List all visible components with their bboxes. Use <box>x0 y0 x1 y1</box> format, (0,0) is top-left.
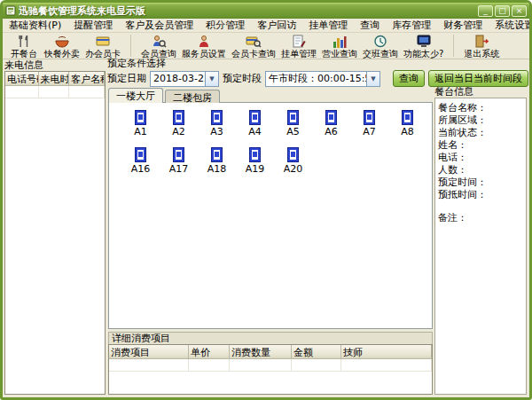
dining-table-item[interactable]: A4 <box>236 110 274 137</box>
dining-table-label: A5 <box>286 126 300 137</box>
floor-tab-strip: 一楼大厅 二楼包房 <box>108 87 222 102</box>
member-query-button[interactable]: 会员查询 <box>138 33 179 59</box>
dining-table-label: A20 <box>284 163 303 175</box>
empty-cell <box>69 86 105 98</box>
caller-info-title: 来电信息 <box>4 59 106 71</box>
dining-table-item[interactable]: A1 <box>121 110 160 137</box>
dining-table-item[interactable]: A2 <box>160 110 198 137</box>
minimize-button[interactable]: _ <box>478 5 493 17</box>
dining-table-item[interactable]: A8 <box>388 110 426 137</box>
dining-table-label: A1 <box>134 126 147 137</box>
date-picker[interactable]: 2018-03-23 ▼ <box>150 71 219 87</box>
maximize-button[interactable]: □ <box>495 5 510 17</box>
bar-chart-icon <box>332 34 348 49</box>
dining-table-label: A19 <box>246 163 265 175</box>
chevron-down-icon[interactable]: ▼ <box>205 72 218 86</box>
menu-item[interactable]: 查询 <box>354 19 386 32</box>
pending-orders-button[interactable]: 挂单管理 <box>278 33 319 59</box>
menu-item[interactable]: 系统设置 <box>489 19 532 32</box>
menu-item[interactable]: 库存管理 <box>386 19 437 32</box>
empty-cell <box>230 359 292 372</box>
column-header-customer-name: 客户名称 <box>69 72 105 86</box>
dining-table-label: A7 <box>363 126 376 137</box>
dining-table-icon <box>364 110 375 125</box>
dining-table-item[interactable]: A20 <box>274 147 312 175</box>
toolbar-label: 服务员设置 <box>182 49 226 59</box>
consumption-detail-title: 详细消费项目 <box>108 332 433 344</box>
menu-item[interactable]: 提醒管理 <box>67 19 119 32</box>
menu-item[interactable]: 客户回访 <box>251 19 302 32</box>
consumption-detail-panel: 详细消费项目 消费项目 单价 消费数量 金额 技师 <box>108 332 433 395</box>
app-window: 迅驰餐饮管理系统来电显示版 _ □ × 基础资料(P)提醒管理客户及会员管理积分… <box>0 0 532 400</box>
more-features-button[interactable]: 功能太少? <box>401 33 446 59</box>
column-header-amount: 金额 <box>292 345 341 359</box>
dining-table-item[interactable]: A19 <box>236 147 274 175</box>
business-query-button[interactable]: 营业查询 <box>319 33 360 59</box>
menu-item[interactable]: 积分管理 <box>200 19 251 32</box>
app-icon <box>5 5 16 16</box>
card-query-button[interactable]: 会员卡查询 <box>229 33 278 59</box>
bowl-icon <box>54 34 70 49</box>
window-controls: _ □ × <box>478 5 527 17</box>
empty-row <box>109 359 432 372</box>
dining-table-label: A3 <box>210 126 223 137</box>
menu-bar: 基础资料(P)提醒管理客户及会员管理积分管理客户回访挂单管理查询库存管理财务管理… <box>3 19 529 33</box>
title-bar[interactable]: 迅驰餐饮管理系统来电显示版 _ □ × <box>3 3 529 19</box>
caller-info-panel: 来电信息 电话号码 来电时间 客户名称 <box>4 59 106 395</box>
info-field-label: 餐台名称： <box>438 102 523 114</box>
dining-table-icon <box>135 110 146 125</box>
dining-table-item[interactable]: A6 <box>312 110 350 137</box>
dining-table-icon <box>249 110 261 125</box>
chevron-down-icon[interactable]: ▼ <box>366 72 379 86</box>
dining-table-item[interactable]: A5 <box>274 110 312 137</box>
waiter-settings-button[interactable]: 服务员设置 <box>179 33 229 59</box>
info-field-label: 姓名： <box>438 139 523 152</box>
tab-second-floor-rooms[interactable]: 二楼包房 <box>165 90 220 103</box>
exit-system-button[interactable]: 退出系统 <box>461 33 502 59</box>
caller-table-header: 电话号码 来电时间 客户名称 <box>5 72 105 86</box>
tab-first-floor-hall[interactable]: 一楼大厅 <box>108 88 163 103</box>
dining-table-item[interactable]: A18 <box>198 147 236 175</box>
menu-item[interactable]: 财务管理 <box>437 19 489 32</box>
dining-table-label: A17 <box>169 163 189 175</box>
menu-item[interactable]: 挂单管理 <box>302 19 354 32</box>
fast-food-takeout-button[interactable]: 快餐外卖 <box>42 33 82 59</box>
table-info-title: 餐台信息 <box>434 86 527 98</box>
close-button[interactable]: × <box>512 5 527 17</box>
tables-area: A1 A2 A3 A4 A5 <box>108 102 433 329</box>
empty-cell <box>39 86 69 98</box>
dining-table-item[interactable]: A16 <box>121 147 160 175</box>
open-table-button[interactable]: 开餐台 <box>6 33 42 59</box>
dining-table-item[interactable]: A7 <box>350 110 388 137</box>
caller-info-table[interactable]: 电话号码 来电时间 客户名称 <box>4 71 106 395</box>
dining-table-label: A2 <box>172 126 185 137</box>
menu-item[interactable]: 基础资料(P) <box>3 19 67 32</box>
dining-table-icon <box>135 147 146 162</box>
dining-table-icon <box>287 147 299 162</box>
column-header-call-time: 来电时间 <box>39 72 69 86</box>
return-current-period-button[interactable]: 返回当日当前时间段 <box>428 70 528 87</box>
reservation-filter: 预定条件选择 预定日期 2018-03-23 ▼ 预定时段 午市时段：00:00… <box>107 59 527 86</box>
member-card-button[interactable]: 办会员卡 <box>82 33 123 59</box>
table-info-panel: 餐台信息 餐台名称：所属区域：当前状态：姓名：电话：人数：预定时间：预抵时间： … <box>434 86 527 395</box>
shift-query-button[interactable]: 交班查询 <box>360 33 401 59</box>
column-header-item: 消费项目 <box>109 345 189 359</box>
date-value: 2018-03-23 <box>151 73 205 84</box>
menu-item[interactable]: 客户及会员管理 <box>119 19 200 32</box>
info-field-label: 当前状态： <box>438 127 523 139</box>
card-icon <box>95 34 111 49</box>
empty-cell <box>5 86 39 98</box>
toolbar-separator <box>453 35 454 57</box>
query-button[interactable]: 查询 <box>393 70 425 87</box>
info-field-label: 人数： <box>438 164 523 176</box>
dining-table-label: A8 <box>401 126 414 137</box>
info-field-label: 电话： <box>438 152 523 164</box>
dining-table-item[interactable]: A3 <box>198 110 236 137</box>
toolbar-label: 开餐台 <box>11 49 37 59</box>
consumption-detail-table[interactable]: 消费项目 单价 消费数量 金额 技师 <box>108 344 433 395</box>
dining-table-item[interactable]: A17 <box>160 147 198 175</box>
period-select[interactable]: 午市时段：00:00-15:59 ▼ <box>265 71 380 87</box>
info-field-label: 预定时间： <box>438 176 523 189</box>
dining-table-icon <box>402 110 413 125</box>
toolbar: 开餐台 快餐外卖 办会员卡 会员查询 服务员设置 会员卡查询 挂单管理 <box>3 33 529 59</box>
